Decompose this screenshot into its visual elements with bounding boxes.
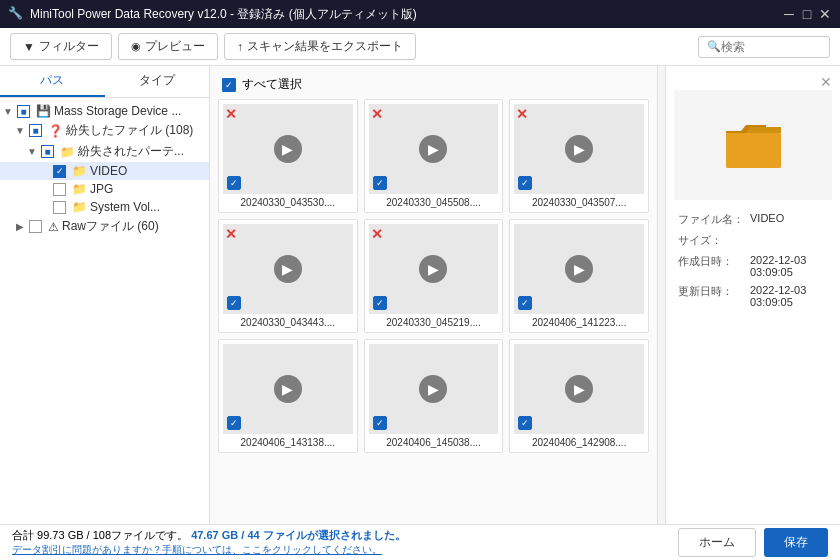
tree-item-root[interactable]: ▼ ■ 💾 Mass Storage Device ...: [0, 102, 209, 120]
grid-thumb-5: ▶ ✓: [514, 224, 644, 314]
grid-item-7[interactable]: ▶ ✓ 20240406_145038....: [364, 339, 504, 453]
tree-label-partition: 紛失されたパーテ...: [78, 143, 184, 160]
select-all-label: すべて選択: [242, 76, 302, 93]
grid-name-5: 20240406_141223....: [514, 317, 644, 328]
statusbar-total: 合計 99.73 GB / 108ファイルです。: [12, 529, 188, 541]
filename-value: VIDEO: [748, 210, 830, 229]
play-icon-4: ▶: [419, 255, 447, 283]
grid-cb-4[interactable]: ✓: [373, 296, 387, 310]
tree: ▼ ■ 💾 Mass Storage Device ... ▼ ■ ❓ 紛失した…: [0, 98, 209, 524]
tree-checkbox-video[interactable]: ✓: [53, 165, 66, 178]
tree-label-root: Mass Storage Device ...: [54, 104, 181, 118]
grid-item-6[interactable]: ▶ ✓ 20240406_143138....: [218, 339, 358, 453]
grid-thumb-1: ✕ ▶ ✓: [369, 104, 499, 194]
maximize-button[interactable]: □: [800, 7, 814, 21]
grid-item-2[interactable]: ✕ ▶ ✓ 20240330_043507....: [509, 99, 649, 213]
grid-cb-8[interactable]: ✓: [518, 416, 532, 430]
tree-checkbox-partition[interactable]: ■: [41, 145, 54, 158]
search-input[interactable]: [721, 40, 821, 54]
play-icon-6: ▶: [274, 375, 302, 403]
statusbar-help-link[interactable]: データ割引に問題がありますか？手順については、ここをクリックしてください。: [12, 544, 382, 555]
grid-thumb-7: ▶ ✓: [369, 344, 499, 434]
tree-checkbox-raw[interactable]: [29, 220, 42, 233]
grid-name-3: 20240330_043443....: [223, 317, 353, 328]
tab-path[interactable]: パス: [0, 66, 105, 97]
tree-checkbox-sysvol[interactable]: [53, 201, 66, 214]
export-label: スキャン結果をエクスポート: [247, 38, 403, 55]
grid-item-3[interactable]: ✕ ▶ ✓ 20240330_043443....: [218, 219, 358, 333]
preview-button[interactable]: ◉ プレビュー: [118, 33, 218, 60]
raw-warning-icon: ⚠: [48, 220, 59, 234]
grid-cb-1[interactable]: ✓: [373, 176, 387, 190]
tree-item-video[interactable]: ✓ 📁 VIDEO: [0, 162, 209, 180]
grid-cb-0[interactable]: ✓: [227, 176, 241, 190]
close-button[interactable]: ✕: [818, 7, 832, 21]
tree-item-jpg[interactable]: 📁 JPG: [0, 180, 209, 198]
storage-icon: 💾: [36, 104, 51, 118]
window-controls[interactable]: ─ □ ✕: [782, 7, 832, 21]
video-folder-icon: 📁: [72, 164, 87, 178]
right-area: ✓ すべて選択 ✕ ▶ ✓ 20240330_043530....: [210, 66, 840, 524]
grid-thumb-3: ✕ ▶ ✓: [223, 224, 353, 314]
tree-item-sysvol[interactable]: 📁 System Vol...: [0, 198, 209, 216]
search-icon: 🔍: [707, 40, 721, 53]
question-icon: ❓: [48, 124, 63, 138]
statusbar: 合計 99.73 GB / 108ファイルです。 47.67 GB / 44 フ…: [0, 524, 840, 560]
grid-item-1[interactable]: ✕ ▶ ✓ 20240330_045508....: [364, 99, 504, 213]
tab-type[interactable]: タイプ: [105, 66, 210, 97]
grid-cb-7[interactable]: ✓: [373, 416, 387, 430]
export-button[interactable]: ↑ スキャン結果をエクスポート: [224, 33, 416, 60]
play-icon-0: ▶: [274, 135, 302, 163]
created-label: 作成日時：: [676, 252, 746, 280]
sysvol-folder-icon: 📁: [72, 200, 87, 214]
grid-item-8[interactable]: ▶ ✓ 20240406_142908....: [509, 339, 649, 453]
svg-rect-3: [726, 133, 781, 168]
play-icon-5: ▶: [565, 255, 593, 283]
tree-checkbox-lost[interactable]: ■: [29, 124, 42, 137]
tree-arrow-raw: ▶: [14, 221, 26, 232]
size-label: サイズ：: [676, 231, 746, 250]
grid-cb-2[interactable]: ✓: [518, 176, 532, 190]
grid-name-6: 20240406_143138....: [223, 437, 353, 448]
select-all-checkbox[interactable]: ✓: [222, 78, 236, 92]
size-value: [748, 231, 830, 250]
tree-label-jpg: JPG: [90, 182, 113, 196]
search-box[interactable]: 🔍: [698, 36, 830, 58]
grid-item-4[interactable]: ✕ ▶ ✓ 20240330_045219....: [364, 219, 504, 333]
filter-label: フィルター: [39, 38, 99, 55]
home-button[interactable]: ホーム: [678, 528, 756, 557]
filter-icon: ▼: [23, 40, 35, 54]
tree-arrow-lost: ▼: [14, 125, 26, 136]
tree-label-lost: 紛失したファイル (108): [66, 122, 193, 139]
grid-cb-3[interactable]: ✓: [227, 296, 241, 310]
scrollbar[interactable]: [657, 66, 665, 524]
grid-cb-6[interactable]: ✓: [227, 416, 241, 430]
titlebar: 🔧 MiniTool Power Data Recovery v12.0 - 登…: [0, 0, 840, 28]
filter-button[interactable]: ▼ フィルター: [10, 33, 112, 60]
main-layout: パス タイプ ▼ ■ 💾 Mass Storage Device ... ▼ ■…: [0, 66, 840, 524]
modified-value: 2022-12-03 03:09:05: [748, 282, 830, 310]
tree-item-lost[interactable]: ▼ ■ ❓ 紛失したファイル (108): [0, 120, 209, 141]
grid-area: ✓ すべて選択 ✕ ▶ ✓ 20240330_043530....: [210, 66, 840, 524]
preview-close-button[interactable]: ✕: [674, 74, 832, 90]
statusbar-buttons: ホーム 保存: [678, 528, 828, 557]
app-title: MiniTool Power Data Recovery v12.0 - 登録済…: [30, 6, 782, 23]
grid-item-5[interactable]: ▶ ✓ 20240406_141223....: [509, 219, 649, 333]
tree-label-video: VIDEO: [90, 164, 127, 178]
folder-preview-icon: [726, 123, 781, 168]
grid-name-1: 20240330_045508....: [369, 197, 499, 208]
tree-item-partition[interactable]: ▼ ■ 📁 紛失されたパーテ...: [0, 141, 209, 162]
grid-panel: ✓ すべて選択 ✕ ▶ ✓ 20240330_043530....: [210, 66, 657, 524]
created-value: 2022-12-03 03:09:05: [748, 252, 830, 280]
tree-item-raw[interactable]: ▶ ⚠ Rawファイル (60): [0, 216, 209, 237]
grid-thumb-6: ▶ ✓: [223, 344, 353, 434]
tree-checkbox-jpg[interactable]: [53, 183, 66, 196]
grid-cb-5[interactable]: ✓: [518, 296, 532, 310]
minimize-button[interactable]: ─: [782, 7, 796, 21]
statusbar-selected: 47.67 GB / 44 ファイルが選択されました。: [191, 529, 406, 541]
grid-item-0[interactable]: ✕ ▶ ✓ 20240330_043530....: [218, 99, 358, 213]
error-badge-1: ✕: [371, 106, 383, 122]
tree-checkbox-root[interactable]: ■: [17, 105, 30, 118]
save-button[interactable]: 保存: [764, 528, 828, 557]
grid-name-4: 20240330_045219....: [369, 317, 499, 328]
